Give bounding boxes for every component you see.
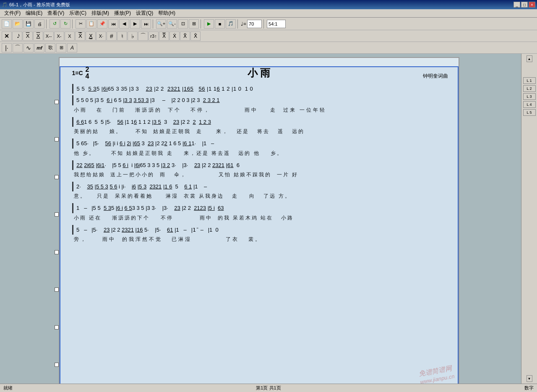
zoom-fit-button[interactable]: ⊡ <box>178 19 188 29</box>
menu-play[interactable]: 播放(P) <box>112 9 133 17</box>
minimize-button[interactable]: _ <box>514 2 520 8</box>
close-button[interactable]: × <box>529 2 535 8</box>
copy-button[interactable]: 📋 <box>86 19 96 29</box>
new-button[interactable]: 📄 <box>2 19 12 29</box>
lyric-row-6: 意。 只是 呆呆的看着她 淋湿 衣裳 从我身边 走 向 了远 方。 <box>72 192 448 200</box>
handle-1[interactable] <box>55 100 59 104</box>
maximize-button[interactable]: □ <box>521 2 528 8</box>
note-x6[interactable]: X- <box>54 31 64 41</box>
layer-l4[interactable]: L 4 <box>523 101 536 108</box>
menu-edit[interactable]: 编辑(E) <box>23 9 45 17</box>
layer-l1[interactable]: L 1 <box>523 77 536 84</box>
ratio-input[interactable] <box>267 20 286 28</box>
paste-button[interactable]: 📌 <box>97 19 107 29</box>
menu-score[interactable]: 乐谱(C) <box>67 9 89 17</box>
music-row-1: 5 5 5 35 |6i65 3 35 |3 3 23 |2 2 2321 |1… <box>73 84 448 94</box>
scroll-up-arrow[interactable]: ▲ <box>527 55 532 62</box>
nav-right[interactable]: ▶ <box>130 19 140 29</box>
scroll-track-top <box>527 63 532 76</box>
nav-right2[interactable]: ⏭ <box>141 19 151 29</box>
layer-l2[interactable]: L 2 <box>523 85 536 92</box>
handle-2[interactable] <box>55 137 59 141</box>
note-x1[interactable]: ✕ <box>2 31 12 41</box>
left-handles <box>54 83 60 384</box>
note-flat[interactable]: ♭ <box>128 31 138 41</box>
music-section-5: 22 2i65 |6i1· |5 5 6 i i |6i65 3 3 5 |3 … <box>72 160 448 170</box>
handle-7[interactable] <box>55 325 59 329</box>
titlebar: 🎵 66-1，小雨 - 雅乐简谱 免费版 _ □ × <box>0 0 537 9</box>
menu-help[interactable]: 帮助(H) <box>156 9 178 17</box>
note-slur[interactable]: ⌒ <box>138 31 148 41</box>
menu-settings[interactable]: 设置(Q) <box>133 9 156 17</box>
note-x3[interactable]: X <box>23 31 33 41</box>
note-x5[interactable]: X-- <box>44 31 54 41</box>
mf-btn[interactable]: mf <box>34 43 44 52</box>
sheet-header: 1=C 2 4 小雨 钟明奎词曲 <box>72 66 448 80</box>
note-sharp[interactable]: # <box>107 31 117 41</box>
note-xd[interactable]: X̲ <box>86 31 96 41</box>
note-special4[interactable]: X̂ <box>190 31 201 41</box>
titlebar-text: 66-1，小雨 - 雅乐简谱 免费版 <box>9 2 70 8</box>
handle-5[interactable] <box>55 250 59 254</box>
layer-l3[interactable]: L 3 <box>523 93 536 100</box>
redo-button[interactable]: ↻ <box>60 19 70 29</box>
slur-up[interactable]: ⌒ <box>13 43 23 52</box>
wavy[interactable]: ∿ <box>23 43 34 52</box>
scroll-down-arrow[interactable]: ▼ <box>527 375 532 382</box>
handle-6[interactable] <box>55 287 59 292</box>
note-x2[interactable]: 𝅘𝅥𝅯 <box>12 31 22 41</box>
sep6 <box>263 19 265 29</box>
sep3 <box>153 19 154 29</box>
grid-btn[interactable]: ⊞ <box>56 43 66 52</box>
note-x4[interactable]: X <box>33 31 43 41</box>
text-btn[interactable]: A <box>67 43 77 52</box>
zoom-in-button[interactable]: 🔍+ <box>156 19 166 29</box>
play-button[interactable]: ▶ <box>204 19 214 29</box>
handle-8[interactable] <box>55 363 59 367</box>
sheet-container[interactable]: 1=C 2 4 小雨 钟明奎词曲 5 5 5 35 |6i65 3 35 |3 … <box>0 54 521 384</box>
lyric-row-4: 他 乡。 不知 姑娘是正朝我 走 来，还是 将去遥 远的 他 乡。 <box>72 149 448 157</box>
note-special2[interactable]: Ẋ <box>169 31 180 41</box>
note-special1[interactable]: X̄ <box>159 31 169 41</box>
cut-button[interactable]: ✂ <box>76 19 86 29</box>
music-row-3: 6 61 6 5 5 |5· 56 |1 16 1 1 2 |3 5 3 23 … <box>73 117 448 127</box>
record-button[interactable]: 🎵 <box>226 19 236 29</box>
nav-left[interactable]: ◀ <box>119 19 129 29</box>
menu-view[interactable]: 查看(V) <box>45 9 67 17</box>
titlebar-title: 🎵 66-1，小雨 - 雅乐简谱 免费版 <box>2 2 70 8</box>
toolbar2: ✕ 𝅘𝅥𝅯 X X X-- X- X X̄ X̲ X· # ♮ ♭ ⌒ r3↑ … <box>0 30 537 42</box>
music-section-3: 6 61 6 5 5 |5· 56 |1 16 1 1 2 |3 5 3 23 … <box>72 117 448 127</box>
note-x7[interactable]: X <box>65 31 75 41</box>
open-button[interactable]: 📂 <box>13 19 23 29</box>
music-row-6: 2· 35 |5 5 3 5 6 i |i· i6 |5 3 2321 |1 6… <box>73 182 448 191</box>
music-section-1: 5 5 5 35 |6i65 3 35 |3 3 23 |2 2 2321 |1… <box>72 84 448 94</box>
handle-3[interactable] <box>55 175 59 179</box>
zoom-sel-button[interactable]: ⊞ <box>189 19 199 29</box>
note-rest[interactable]: r3↑ <box>149 31 159 41</box>
stop-button[interactable]: ■ <box>215 19 225 29</box>
print-button[interactable]: 🖨 <box>34 19 44 29</box>
sep1 <box>46 19 48 29</box>
key-signature: 1=C <box>72 70 83 76</box>
note-xdot[interactable]: X· <box>96 31 106 41</box>
note-natural[interactable]: ♮ <box>117 31 127 41</box>
layer-l5[interactable]: L 5 <box>523 109 536 116</box>
note-xu[interactable]: X̄ <box>75 31 85 41</box>
sep5 <box>237 19 239 29</box>
nav-left2[interactable]: ⏮ <box>108 19 118 29</box>
menu-file[interactable]: 文件(F) <box>2 9 23 17</box>
status-center: 第1页 共1页 <box>256 385 281 391</box>
menu-layout[interactable]: 排版(M) <box>89 9 112 17</box>
music-section-6: 2· 35 |5 5 3 5 6 i |i· i6 |5 3 2321 |1 6… <box>72 182 448 191</box>
sep4 <box>201 19 202 29</box>
zoom-out-button[interactable]: 🔍- <box>167 19 177 29</box>
menubar: 文件(F) 编辑(E) 查看(V) 乐谱(C) 排版(M) 播放(P) 设置(Q… <box>0 9 537 18</box>
undo-button[interactable]: ↺ <box>50 19 60 29</box>
save-button[interactable]: 💾 <box>23 19 34 29</box>
tempo-input[interactable] <box>247 20 262 28</box>
handle-4[interactable] <box>55 212 59 217</box>
lyric-btn[interactable]: 歌 <box>45 43 55 52</box>
bar-line[interactable]: |· <box>2 43 12 52</box>
watermark: 免谱简谱网 www.jianpu.cn <box>418 364 455 384</box>
note-special3[interactable]: X̆ <box>180 31 190 41</box>
